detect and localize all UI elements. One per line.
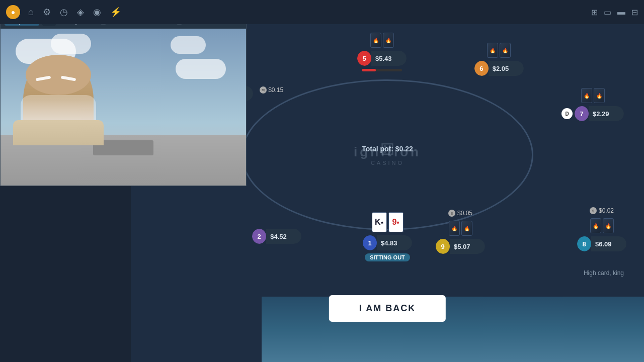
player-5-info: 5 $5.43 [357,51,407,66]
layout-controls: ⊞ ▭ ▬ ⊟ [591,8,638,17]
dealer-button: D [561,108,573,119]
player-8-stack: $6.09 [591,236,626,251]
player-seat-6: 🔥 🔥 6 $2.05 [474,43,524,76]
player-7-num: 7 [575,106,589,121]
coin-icon-2: $ [448,210,455,217]
player-5-cards: 🔥 🔥 [370,33,394,48]
bet-coin-icon: ⇋ [260,86,267,94]
card-face-down: 🔥 [594,88,605,103]
logo-icon[interactable]: ● [6,5,20,19]
player-1-cards: K♠ 9♦ [372,212,404,232]
card-9-diamonds: 9♦ [388,212,404,232]
player-6-cards: 🔥 🔥 [487,43,511,58]
card-face-down: 🔥 [603,218,614,233]
player-2-info: 2 $4.52 [252,229,301,244]
card-face-down: 🔥 [590,218,601,233]
player-9-bet: $ $0.05 [448,210,472,217]
player-seat-7: 🔥 🔥 D 7 $2.29 [561,88,624,121]
lobby-icon[interactable]: ◈ [77,7,84,18]
player-5-timer [362,69,402,71]
history-icon[interactable]: ◷ [60,7,68,18]
card-face-down: 🔥 [487,43,498,58]
player-9-bet-amount: $0.05 [457,210,472,217]
card-face-down: 🔥 [370,33,381,48]
card-face-down: 🔥 [449,221,460,236]
layout-2-icon[interactable]: ▬ [617,8,625,17]
player-1-stack: $4.83 [377,235,412,250]
player-9-info: 9 $5.07 [436,239,485,254]
player-1-num: 1 [363,235,377,250]
player-2-stack: $4.52 [266,229,301,244]
total-pot-value: $0.22 [395,145,413,153]
player-6-info: 6 $2.05 [474,61,524,76]
player-8-info: 8 $6.09 [577,236,626,251]
player-seat-5: 🔥 🔥 5 $5.43 [357,33,407,71]
player-seat-1: K♠ 9♦ 1 $4.83 SITTING OUT [363,212,412,261]
player-8-num: 8 [577,236,591,251]
player-9-num: 9 [436,239,450,254]
player-seat-2: 2 $4.52 [252,229,301,244]
card-face-down: 🔥 [383,33,394,48]
player-7-info: 7 $2.29 [575,106,624,121]
player-2-num: 2 [252,229,266,244]
eye-icon[interactable]: ◉ [93,7,101,18]
player-5-stack: $5.43 [371,51,407,66]
viewport-panel: Viewport 2 × − □ × Perspective LR Show ▷… [0,0,247,186]
card-face-down: 🔥 [500,43,511,58]
card-face-down: 🔥 [461,221,472,236]
player-8-cards: 🔥 🔥 [590,218,614,233]
nav-icons: ⌂ ⚙ ◷ ◈ ◉ ⚡ [28,7,121,18]
character-head [13,45,104,145]
player-7-cards: 🔥 🔥 [581,88,605,103]
player-5-num: 5 [357,51,371,66]
player-6-num: 6 [474,61,489,76]
player-seat-8: $ $0.02 🔥 🔥 8 $6.09 [577,207,626,251]
home-icon[interactable]: ⌂ [28,7,34,18]
card-king-spades: K♠ [372,212,387,232]
player-8-bet-amount: $0.02 [599,207,614,214]
player-9-cards: 🔥 🔥 [449,221,472,236]
total-pot-label: Total pot: [362,145,393,153]
player-6-stack: $2.05 [489,61,524,76]
settings-icon[interactable]: ⚙ [43,7,51,18]
viewport-content [1,29,246,186]
card-face-down: 🔥 [581,88,592,103]
cloud-4 [171,36,206,54]
player-8-bet: $ $0.02 [590,207,614,214]
grid-layout-icon[interactable]: ⊞ [591,8,598,17]
player-1-info: 1 $4.83 [363,235,412,250]
player-9-stack: $5.07 [450,239,485,254]
player-seat-9: $ $0.05 🔥 🔥 9 $5.07 [436,210,485,254]
cloud-3 [176,59,226,79]
lightning-icon[interactable]: ⚡ [110,7,121,18]
bottom-ocean [262,297,644,362]
layout-1-icon[interactable]: ▭ [604,8,611,17]
poker-topbar: ● ⌂ ⚙ ◷ ◈ ◉ ⚡ ⊞ ▭ ▬ ⊟ [0,0,644,24]
player-7-stack: $2.29 [589,106,624,121]
coin-icon: $ [590,207,597,214]
player-4-bet: $0.15 [268,86,283,94]
player-1-action: SITTING OUT [365,253,410,261]
iam-back-button[interactable]: I AM BACK [329,295,446,322]
high-card-text: High card, king [584,269,624,277]
total-pot: Total pot: $0.22 [362,145,413,153]
layout-3-icon[interactable]: ⊟ [631,8,638,17]
